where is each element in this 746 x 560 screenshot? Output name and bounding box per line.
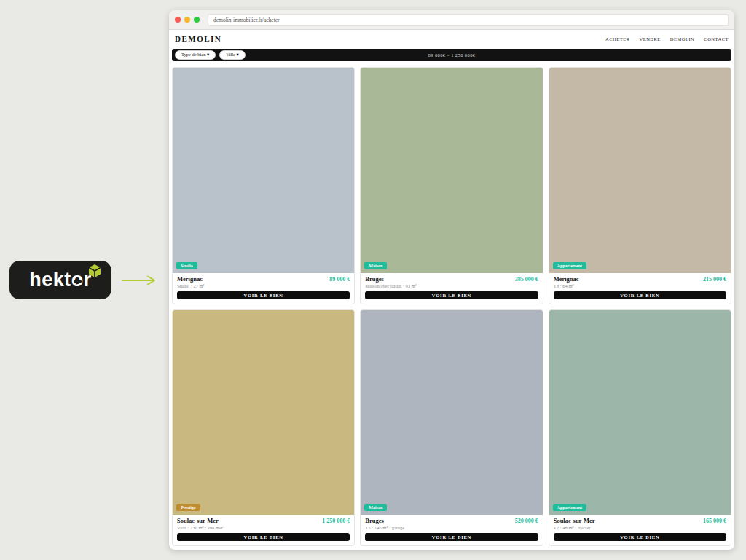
listing-card: Appartement Soulac-sur-Mer 165 000 € T2 … [549,309,731,547]
view-listing-button[interactable]: VOIR LE BIEN [554,533,726,541]
view-listing-button[interactable]: VOIR LE BIEN [554,291,726,299]
listing-city: Mérignac [177,275,203,283]
canvas: hektor demolin-immobilier.fr/acheter DEM… [0,0,746,560]
listing-photo: Studio [173,68,354,273]
listing-photo: Appartement [549,310,731,516]
listing-info: Mérignac 89 000 € Studio · 27 m² [173,273,354,289]
listing-photo: Appartement [549,68,731,273]
site-header: DEMOLIN ACHETER VENDRE DEMOLIN CONTACT [169,30,734,47]
listing-details: T3 · 64 m² [554,283,726,288]
listing-badge: Maison [364,504,387,511]
listing-card: Studio Mérignac 89 000 € Studio · 27 m² … [172,67,355,304]
nav-item-vendre[interactable]: VENDRE [639,36,660,42]
listing-badge: Prestige [176,504,200,511]
listing-price: 520 000 € [515,518,538,524]
maximize-window-icon[interactable] [194,17,200,23]
hektor-wordmark: hektor [29,270,92,290]
view-listing-button[interactable]: VOIR LE BIEN [177,533,350,541]
listing-price: 1 250 000 € [322,518,350,524]
arrow-right-icon [121,274,159,287]
browser-window: demolin-immobilier.fr/acheter DEMOLIN AC… [169,10,734,550]
listing-city: Soulac-sur-Mer [554,517,595,524]
browser-chrome: demolin-immobilier.fr/acheter [169,10,734,30]
listing-info: Bruges 520 000 € T5 · 145 m² · garage [361,515,542,531]
url-text: demolin-immobilier.fr/acheter [213,17,280,23]
listing-price: 165 000 € [703,518,726,524]
hektor-logo: hektor [9,261,111,299]
main-nav: ACHETER VENDRE DEMOLIN CONTACT [605,36,729,42]
listing-city: Soulac-sur-Mer [177,517,219,524]
listing-badge: Appartement [553,504,586,511]
listing-card: Appartement Mérignac 215 000 € T3 · 64 m… [549,67,731,304]
listing-photo: Maison [361,310,542,516]
listing-price: 215 000 € [703,276,726,283]
view-listing-button[interactable]: VOIR LE BIEN [177,291,350,299]
nav-item-contact[interactable]: CONTACT [704,36,729,42]
listing-badge: Appartement [553,262,586,269]
listing-details: T2 · 48 m² · balcon [554,525,726,530]
listing-info: Soulac-sur-Mer 1 250 000 € Villa · 230 m… [173,515,354,531]
listing-info: Mérignac 215 000 € T3 · 64 m² [549,273,731,289]
site-logo[interactable]: DEMOLIN [175,34,221,43]
url-bar[interactable]: demolin-immobilier.fr/acheter [208,14,729,26]
nav-item-demolin[interactable]: DEMOLIN [670,36,694,42]
nav-item-acheter[interactable]: ACHETER [605,36,629,42]
listing-price: 385 000 € [515,276,538,283]
listing-city: Mérignac [554,275,579,283]
listing-card: Maison Bruges 385 000 € Maison avec jard… [360,67,543,304]
listing-price: 89 000 € [329,276,350,283]
filter-city-dropdown[interactable]: Ville ▾ [219,50,246,60]
listing-details: T5 · 145 m² · garage [365,525,538,530]
listing-details: Studio · 27 m² [177,283,350,288]
listing-info: Soulac-sur-Mer 165 000 € T2 · 48 m² · ba… [549,515,731,531]
filter-type-dropdown[interactable]: Type de bien ▾ [175,50,216,60]
listing-city: Bruges [365,517,384,524]
listing-badge: Maison [364,262,387,269]
close-window-icon[interactable] [175,17,181,23]
listing-card: Prestige Soulac-sur-Mer 1 250 000 € Vill… [172,309,355,547]
listing-photo: Prestige [173,310,354,516]
view-listing-button[interactable]: VOIR LE BIEN [365,291,538,299]
listing-city: Bruges [365,275,384,283]
cube-icon [87,264,102,278]
view-listing-button[interactable]: VOIR LE BIEN [365,533,538,541]
listing-info: Bruges 385 000 € Maison avec jardin · 93… [361,273,542,289]
filter-bar: Type de bien ▾ Ville ▾ 89 000€ – 1 250 0… [172,49,731,61]
listing-details: Villa · 230 m² · vue mer [177,525,350,530]
price-range-label: 89 000€ – 1 250 000€ [172,52,731,58]
listing-details: Maison avec jardin · 93 m² [365,283,538,288]
listing-card: Maison Bruges 520 000 € T5 · 145 m² · ga… [360,309,543,547]
listing-photo: Maison [361,68,542,273]
minimize-window-icon[interactable] [184,17,190,23]
listing-badge: Studio [176,262,197,269]
listings-grid: Studio Mérignac 89 000 € Studio · 27 m² … [169,64,734,550]
